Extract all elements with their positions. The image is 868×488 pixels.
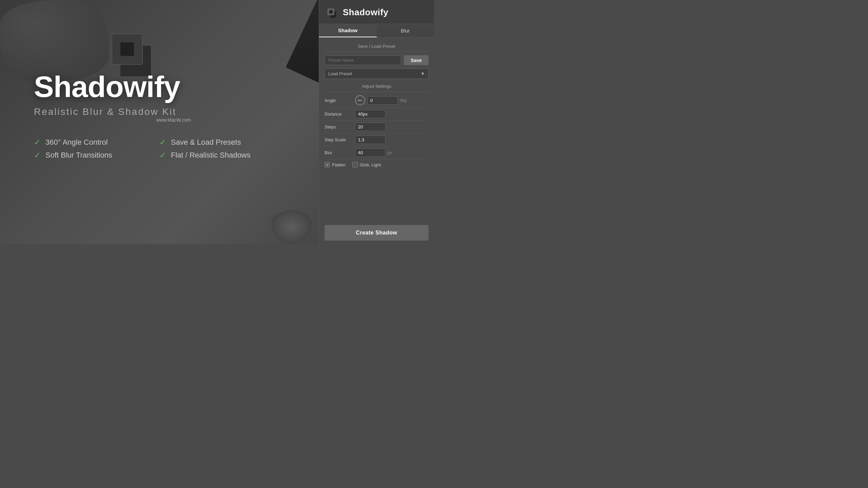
dropdown-chevron-icon: ▼: [420, 71, 425, 76]
divider-1: [324, 52, 429, 52]
distance-input[interactable]: [355, 110, 386, 118]
preset-name-input[interactable]: [324, 55, 401, 65]
flatten-label: Flatten: [332, 162, 346, 167]
features-list: ✓ 360° Angle Control ✓ Save & Load Prese…: [34, 138, 264, 160]
glob-light-checkbox-item[interactable]: Glob. Light: [352, 162, 381, 167]
feature-label-1: 360° Angle Control: [45, 138, 108, 147]
angle-dial[interactable]: [355, 95, 365, 105]
panel-body: Save / Load Preset Save Load Preset ▼ Ad…: [319, 38, 434, 222]
checkbox-row: ✓ Flatten Glob. Light: [324, 159, 429, 169]
glob-light-checkbox[interactable]: [352, 162, 358, 167]
panel-logo-icon: [326, 6, 338, 18]
save-button[interactable]: Save: [404, 55, 429, 65]
settings-row-steps: Steps: [324, 121, 429, 134]
tab-shadow[interactable]: Shadow: [319, 24, 377, 37]
distance-label: Distance: [324, 111, 355, 117]
steps-control: [355, 123, 429, 131]
step-scale-label: Step Scale: [324, 137, 355, 142]
preset-row: Save: [324, 55, 429, 65]
angle-control: deg: [355, 95, 429, 105]
angle-input[interactable]: [367, 96, 398, 105]
panel-header: Shadowify: [319, 0, 434, 24]
preset-section-label: Save / Load Preset: [324, 42, 429, 50]
app-title: Shadowify: [34, 71, 312, 102]
blur-input[interactable]: [355, 148, 386, 157]
distance-control: [355, 110, 429, 118]
feature-item-4: ✓ Flat / Realistic Shadows: [159, 150, 264, 160]
settings-row-blur: Blur px: [324, 146, 429, 159]
step-scale-control: [355, 136, 429, 144]
create-shadow-button[interactable]: Create Shadow: [324, 225, 429, 241]
check-icon-2: ✓: [159, 138, 166, 147]
feature-label-2: Save & Load Presets: [171, 138, 241, 147]
step-scale-input[interactable]: [355, 136, 386, 144]
blur-control: px: [355, 148, 429, 157]
watermark: www.MacW.com: [156, 117, 191, 123]
load-preset-dropdown[interactable]: Load Preset ▼: [324, 68, 429, 79]
panel-bottom: Create Shadow: [319, 222, 434, 244]
flatten-checkbox[interactable]: ✓: [324, 162, 330, 167]
panel-tabs: Shadow Blur: [319, 24, 434, 38]
feature-label-3: Soft Blur Transitions: [45, 151, 112, 160]
load-preset-label: Load Preset: [328, 71, 352, 76]
angle-unit: deg: [400, 98, 407, 103]
check-icon-4: ✓: [159, 150, 166, 160]
angle-label: Angle: [324, 98, 355, 103]
shadowify-panel: Shadowify Shadow Blur Save / Load Preset…: [319, 0, 434, 244]
tab-blur[interactable]: Blur: [377, 24, 434, 37]
glob-light-label: Glob. Light: [360, 162, 381, 167]
app-subtitle: Realistic Blur & Shadow Kit: [34, 106, 312, 117]
divider-2: [324, 92, 429, 92]
feature-label-4: Flat / Realistic Shadows: [171, 151, 251, 160]
flatten-checkbox-item[interactable]: ✓ Flatten: [324, 162, 346, 167]
blur-label: Blur: [324, 150, 355, 155]
steps-label: Steps: [324, 124, 355, 129]
settings-row-distance: Distance: [324, 108, 429, 121]
steps-input[interactable]: [355, 123, 386, 131]
check-icon-1: ✓: [34, 138, 41, 147]
settings-row-step-scale: Step Scale: [324, 134, 429, 146]
blur-unit: px: [388, 150, 392, 155]
main-content: Shadowify Realistic Blur & Shadow Kit ✓ …: [34, 14, 312, 160]
panel-title: Shadowify: [343, 7, 389, 18]
svg-rect-5: [330, 11, 332, 13]
feature-item-3: ✓ Soft Blur Transitions: [34, 150, 139, 160]
check-icon-3: ✓: [34, 150, 41, 160]
adjust-section-label: Adjust Settings: [324, 82, 429, 90]
settings-row-angle: Angle deg: [324, 93, 429, 108]
feature-item-2: ✓ Save & Load Presets: [159, 138, 264, 147]
feature-item-1: ✓ 360° Angle Control: [34, 138, 139, 147]
